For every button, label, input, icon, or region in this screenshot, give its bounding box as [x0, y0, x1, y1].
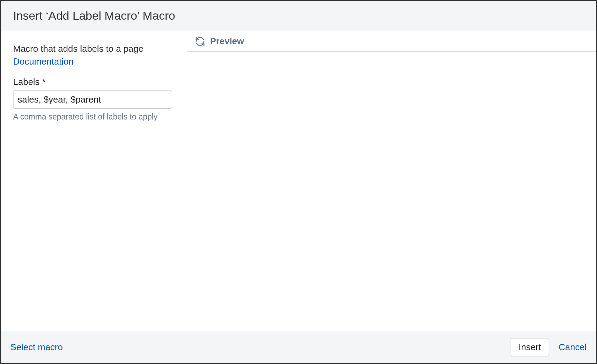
preview-body — [187, 52, 596, 331]
dialog-body: Macro that adds labels to a page Documen… — [1, 31, 596, 331]
dialog-title: Insert ‘Add Label Macro’ Macro — [13, 9, 584, 22]
labels-help-text: A comma separated list of labels to appl… — [13, 112, 174, 122]
config-panel: Macro that adds labels to a page Documen… — [1, 31, 187, 331]
insert-button[interactable]: Insert — [511, 338, 549, 356]
preview-title: Preview — [210, 36, 244, 47]
select-macro-link[interactable]: Select macro — [10, 342, 63, 353]
documentation-link[interactable]: Documentation — [13, 56, 74, 67]
cancel-link[interactable]: Cancel — [559, 342, 587, 353]
macro-description: Macro that adds labels to a page — [13, 44, 174, 54]
dialog-footer: Select macro Insert Cancel — [1, 331, 596, 363]
dialog-header: Insert ‘Add Label Macro’ Macro — [1, 1, 596, 31]
preview-header: Preview — [187, 31, 596, 52]
preview-panel: Preview — [187, 31, 596, 331]
labels-input[interactable] — [13, 90, 172, 109]
labels-label: Labels * — [13, 77, 174, 87]
footer-actions: Insert Cancel — [511, 338, 587, 356]
refresh-icon[interactable] — [195, 36, 205, 47]
macro-insert-dialog: Insert ‘Add Label Macro’ Macro Macro tha… — [0, 0, 597, 364]
